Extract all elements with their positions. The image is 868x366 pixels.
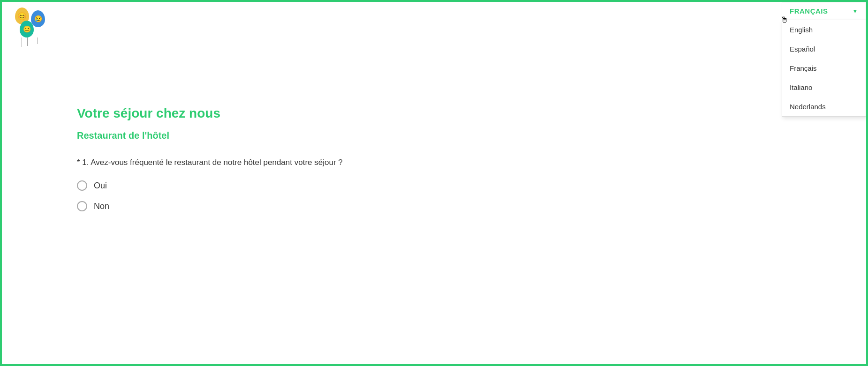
main-content: Votre séjour chez nous Restaurant de l'h…	[2, 50, 866, 211]
balloon-teal: 😐	[20, 21, 34, 37]
language-selector[interactable]: FRANÇAIS ▼ English Español Français Ital…	[782, 2, 866, 117]
header: 😊 😢 😐 FRANÇAIS ▼ English	[2, 2, 866, 50]
option-oui-label: Oui	[94, 181, 107, 191]
balloon-blue: 😢	[31, 10, 45, 27]
logo: 😊 😢 😐	[11, 7, 49, 50]
option-non-label: Non	[94, 202, 109, 211]
option-oui[interactable]: Oui	[77, 180, 866, 191]
language-current[interactable]: FRANÇAIS ▼	[782, 2, 866, 20]
chevron-down-icon: ▼	[853, 8, 858, 15]
question-1-text: * 1. Avez-vous fréquenté le restaurant d…	[77, 158, 866, 167]
balloon-string-3	[27, 37, 28, 46]
survey-section: Restaurant de l'hôtel	[77, 130, 866, 141]
survey-title: Votre séjour chez nous	[77, 106, 866, 121]
balloon-string-2	[38, 37, 38, 44]
balloon-string-1	[22, 37, 22, 47]
language-dropdown: English Español Français Italiano Nederl…	[782, 20, 866, 117]
radio-oui[interactable]	[77, 180, 87, 191]
option-non[interactable]: Non	[77, 201, 866, 211]
language-current-label: FRANÇAIS	[790, 7, 828, 15]
lang-option-espanol[interactable]: Español	[782, 39, 866, 59]
language-dropdown-list[interactable]: English Español Français Italiano Nederl…	[782, 20, 866, 116]
lang-option-italiano[interactable]: Italiano	[782, 78, 866, 97]
lang-option-francais[interactable]: Français	[782, 59, 866, 78]
lang-option-nederlands[interactable]: Nederlands	[782, 97, 866, 116]
lang-option-english[interactable]: English	[782, 20, 866, 39]
radio-non[interactable]	[77, 201, 87, 211]
